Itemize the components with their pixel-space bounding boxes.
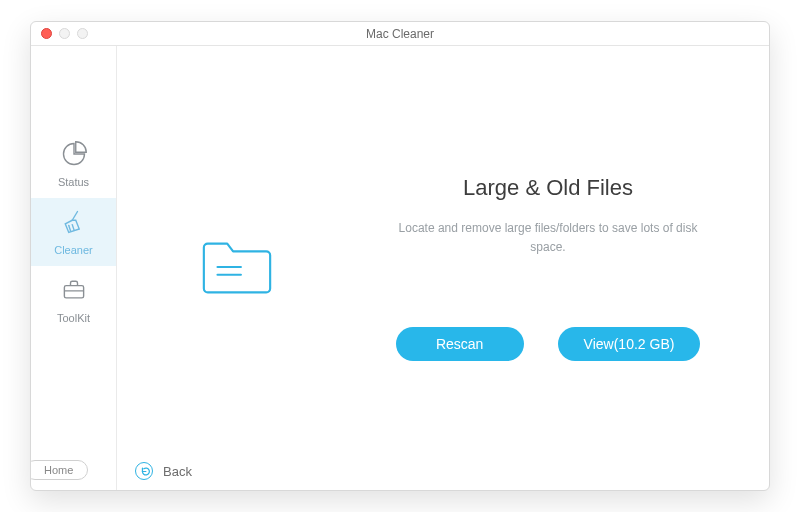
content-area: Status Cleaner bbox=[31, 46, 769, 490]
rescan-button[interactable]: Rescan bbox=[396, 327, 524, 361]
back-button[interactable]: Back bbox=[135, 462, 192, 480]
panel-description: Locate and remove large files/folders to… bbox=[398, 219, 698, 257]
home-button[interactable]: Home bbox=[30, 460, 88, 480]
view-label: View(10.2 GB) bbox=[584, 336, 675, 352]
window-title: Mac Cleaner bbox=[31, 27, 769, 41]
folder-icon bbox=[198, 231, 276, 305]
view-button[interactable]: View(10.2 GB) bbox=[558, 327, 701, 361]
illustration-area bbox=[117, 231, 357, 305]
svg-line-0 bbox=[68, 226, 70, 231]
minimize-icon[interactable] bbox=[59, 28, 70, 39]
app-window: Mac Cleaner Status bbox=[30, 21, 770, 491]
sidebar-item-status[interactable]: Status bbox=[31, 130, 116, 198]
sidebar-item-label: ToolKit bbox=[57, 312, 90, 324]
main-panel: Large & Old Files Locate and remove larg… bbox=[117, 46, 769, 490]
sidebar-item-label: Status bbox=[58, 176, 89, 188]
rescan-label: Rescan bbox=[436, 336, 483, 352]
sidebar-item-cleaner[interactable]: Cleaner bbox=[31, 198, 116, 266]
sidebar-item-label: Cleaner bbox=[54, 244, 93, 256]
back-label: Back bbox=[163, 464, 192, 479]
button-row: Rescan View(10.2 GB) bbox=[396, 327, 701, 361]
window-controls bbox=[41, 28, 88, 39]
svg-line-1 bbox=[72, 225, 74, 230]
broom-icon bbox=[60, 208, 88, 238]
panel-heading: Large & Old Files bbox=[463, 175, 633, 201]
maximize-icon[interactable] bbox=[77, 28, 88, 39]
detail-area: Large & Old Files Locate and remove larg… bbox=[357, 175, 769, 361]
sidebar-item-toolkit[interactable]: ToolKit bbox=[31, 266, 116, 334]
back-arrow-icon bbox=[135, 462, 153, 480]
svg-rect-2 bbox=[64, 286, 83, 298]
home-label: Home bbox=[44, 464, 73, 476]
close-icon[interactable] bbox=[41, 28, 52, 39]
sidebar: Status Cleaner bbox=[31, 46, 117, 490]
pie-chart-icon bbox=[60, 140, 88, 170]
briefcase-icon bbox=[60, 276, 88, 306]
titlebar: Mac Cleaner bbox=[31, 22, 769, 46]
feature-panel: Large & Old Files Locate and remove larg… bbox=[117, 46, 769, 490]
